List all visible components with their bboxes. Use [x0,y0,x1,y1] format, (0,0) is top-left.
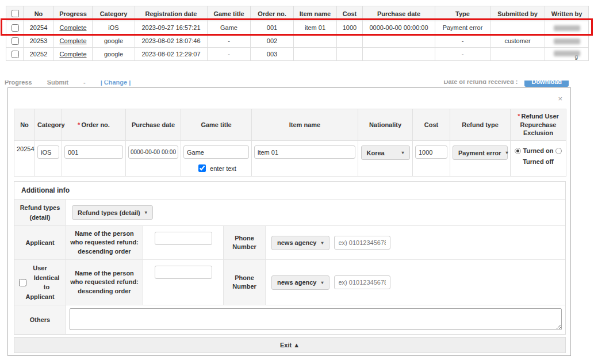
dcol-order-no: *Order no. [62,109,126,141]
select-all-checkbox[interactable] [12,10,19,17]
cell-category: google [93,48,135,61]
category-input[interactable] [37,145,59,159]
cell-purchase-date [363,35,435,48]
clipped-form-row: Progress Submit - | Change | Date of ref… [0,81,594,87]
detail-data-row: 20254 enter text Korea [14,141,566,177]
cost-input[interactable] [415,145,447,159]
cell-cost [337,48,363,61]
enter-text-label: enter text [210,165,236,172]
clipped-dash: - [83,81,86,86]
cell-registration-date: 2023-08-02 12:29:07 [135,48,208,61]
additional-info-section: Additional info Refund types (detail) Re… [14,181,566,335]
cell-type: Payment error [435,21,490,35]
refund-types-row: Refund types (detail) Refund types (deta… [14,199,565,225]
user-label: User [33,263,47,273]
others-row: Others [14,305,565,334]
cell-item-name [294,35,337,48]
cell-no: 20254 [24,21,54,35]
detail-header-row: No Category *Order no. Purchase date Gam… [14,109,566,141]
col-submitted-by: Submitted by [490,6,545,21]
col-item-name: Item name [294,6,337,21]
required-asterisk: * [78,121,80,128]
order-no-input[interactable] [64,145,123,159]
cell-written-by [545,21,589,35]
col-order-no: Order no. [251,6,294,21]
col-game-title: Game title [208,6,251,21]
change-link[interactable]: | Change | [101,81,131,86]
date-refund-received-label: Date of refund received : [443,81,518,85]
row-checkbox[interactable] [12,24,19,32]
cell-written-by: g [545,48,589,61]
col-purchase-date: Purchase date [363,6,435,21]
col-progress: Progress [54,6,93,21]
user-label-cell: User Identical to Applicant [14,260,66,305]
turned-off-radio[interactable] [555,148,562,154]
user-row: User Identical to Applicant Name of the … [14,259,565,305]
repurchase-exclusion-cell: Turned on Turned off [511,141,566,177]
refund-types-label: Refund types (detail) [14,200,66,225]
caret-down-icon: ▾ [401,150,404,155]
cell-purchase-date: 0000-00-00 00:00:00 [363,21,435,35]
cell-order-no: 002 [251,35,294,48]
cell-type: - [435,48,490,61]
turned-off-label: Turned off [523,158,554,165]
table-row[interactable]: 20253 Complete google 2023-08-02 18:07:4… [6,35,589,48]
exit-collapse-bar[interactable]: Exit ▲ [14,337,566,353]
applicant-name-input[interactable] [155,232,212,245]
dcol-no: No [14,109,35,141]
user-name-desc: Name of the person who requested refund:… [66,260,143,305]
cell-order-no: 003 [251,48,294,61]
dcol-game-title: Game title [181,109,252,141]
item-name-input[interactable] [254,145,355,159]
additional-info-title: Additional info [14,182,565,199]
cell-game-title: Game [208,21,251,35]
redacted-text [554,25,580,31]
table-row[interactable]: 20254 Complete iOS 2023-09-27 16:57:21 G… [6,21,589,35]
row-checkbox[interactable] [12,51,19,58]
dcol-repurchase-exclusion: *Refund User Repurchase Exclusion [511,109,566,141]
select-all-cell [6,6,24,21]
cell-item-name: item 01 [294,21,337,35]
col-written-by: Written by [545,6,589,21]
download-button[interactable]: Download [524,81,569,87]
redacted-text [554,51,580,56]
dcol-category: Category [35,109,62,141]
others-textarea[interactable] [70,308,562,330]
user-name-input[interactable] [155,266,212,279]
progress-link[interactable]: Complete [59,37,86,44]
cell-registration-date: 2023-08-02 18:07:46 [135,35,208,48]
progress-link[interactable]: Complete [59,51,86,58]
game-title-input[interactable] [183,145,249,159]
caret-down-icon: ▾ [145,210,147,215]
enter-text-checkbox[interactable] [198,164,206,172]
identical-to-applicant-checkbox[interactable] [19,279,26,286]
caret-down-icon: ▾ [321,280,323,285]
close-icon[interactable]: × [558,95,562,102]
cell-purchase-date [363,48,435,61]
applicant-label: Applicant [14,226,66,259]
progress-link[interactable]: Complete [59,24,86,31]
user-carrier-select[interactable]: news agency ▾ [271,275,329,290]
refund-detail-table: No Category *Order no. Purchase date Gam… [14,109,566,177]
cell-no: 20253 [24,35,54,48]
applicant-phone-input[interactable] [334,236,390,250]
purchase-date-input[interactable] [128,145,178,159]
row-checkbox[interactable] [12,37,19,45]
phone-number-label: Phone Number [224,226,266,259]
cell-order-no: 001 [251,21,294,35]
nationality-select[interactable]: Korea ▾ [361,145,410,160]
refund-type-select[interactable]: Payment error ▾ [453,145,508,160]
caret-down-icon: ▾ [506,150,508,155]
cell-cost: 1000 [337,21,363,35]
table-header-row: No Progress Category Registration date G… [6,6,589,21]
table-row[interactable]: 20252 Complete google 2023-08-02 12:29:0… [6,48,589,61]
applicant-carrier-select[interactable]: news agency ▾ [271,236,329,250]
dcol-purchase-date: Purchase date [126,109,181,141]
applicant-row: Applicant Name of the person who request… [14,225,565,259]
cell-category: iOS [93,21,135,35]
cell-cost [337,35,363,48]
refund-types-select[interactable]: Refund types (detail) ▾ [72,205,153,220]
user-phone-input[interactable] [334,275,390,289]
turned-on-radio[interactable] [515,148,521,154]
col-type: Type [435,6,490,21]
